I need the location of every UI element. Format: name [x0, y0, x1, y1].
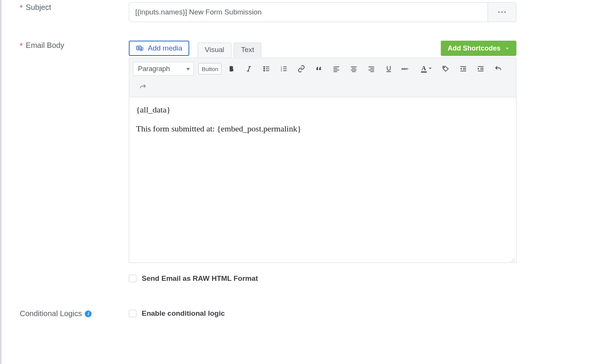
subject-more-button[interactable] — [488, 2, 516, 22]
raw-html-label[interactable]: Send Email as RAW HTML Format — [142, 274, 258, 283]
info-icon[interactable]: i — [85, 310, 92, 317]
indent-icon[interactable] — [473, 62, 488, 76]
editor-toolbar: Paragraph Button 123 — [129, 58, 516, 97]
svg-point-44 — [514, 260, 515, 260]
raw-html-checkbox[interactable] — [129, 275, 136, 282]
bullet-list-icon[interactable] — [259, 62, 274, 76]
svg-rect-33 — [421, 71, 427, 73]
underline-icon[interactable] — [381, 62, 396, 76]
required-asterisk: * — [20, 3, 23, 12]
editor-line-2: This form submitted at: {embed_post.perm… — [136, 124, 509, 134]
text-color-icon[interactable]: A — [416, 62, 436, 76]
svg-text:A: A — [421, 65, 426, 72]
editor-content[interactable]: {all_data} This form submitted at: {embe… — [129, 97, 516, 263]
quote-icon[interactable] — [311, 62, 326, 76]
italic-icon[interactable] — [241, 62, 256, 76]
conditional-logics-row: Conditional Logics i Enable conditional … — [2, 309, 608, 318]
svg-point-47 — [512, 261, 513, 262]
svg-point-45 — [512, 260, 513, 260]
label-subject-text: Subject — [26, 3, 51, 12]
tab-text[interactable]: Text — [234, 43, 261, 57]
svg-text:3: 3 — [281, 70, 282, 72]
subject-input-wrap — [129, 2, 516, 22]
align-left-icon[interactable] — [329, 62, 344, 76]
email-body-row: * Email Body Add media Visual Text — [2, 40, 608, 283]
svg-line-2 — [248, 66, 250, 71]
undo-icon[interactable] — [491, 62, 506, 76]
required-asterisk: * — [20, 41, 23, 50]
align-right-icon[interactable] — [364, 62, 379, 76]
subject-row: * Subject — [2, 2, 608, 22]
subject-input[interactable] — [129, 2, 488, 22]
svg-point-48 — [511, 261, 511, 262]
bold-icon[interactable] — [224, 62, 239, 76]
resize-handle[interactable] — [510, 256, 515, 262]
svg-point-34 — [444, 67, 445, 68]
label-email-body: * Email Body — [2, 40, 129, 50]
add-shortcodes-button[interactable]: Add Shortcodes — [441, 41, 516, 56]
svg-point-9 — [264, 70, 265, 71]
redo-icon[interactable] — [135, 80, 150, 94]
chevron-down-icon — [505, 46, 510, 51]
svg-point-43 — [514, 258, 515, 259]
outdent-icon[interactable] — [456, 62, 471, 76]
camera-music-icon — [136, 44, 144, 52]
label-subject: * Subject — [2, 2, 129, 12]
format-select[interactable]: Paragraph — [133, 62, 194, 76]
strikethrough-icon[interactable]: ABC — [399, 62, 414, 76]
raw-html-row: Send Email as RAW HTML Format — [129, 274, 585, 283]
svg-rect-0 — [137, 46, 141, 50]
editor-line-1: {all_data} — [136, 105, 509, 115]
svg-point-46 — [514, 261, 515, 262]
link-icon[interactable] — [294, 62, 309, 76]
svg-point-7 — [264, 68, 265, 70]
svg-point-5 — [264, 66, 265, 68]
editor-box: Paragraph Button 123 — [129, 58, 516, 263]
conditional-logic-checkbox[interactable] — [129, 310, 136, 317]
add-media-label: Add media — [148, 44, 182, 52]
align-center-icon[interactable] — [346, 62, 361, 76]
tab-visual[interactable]: Visual — [198, 43, 231, 57]
svg-point-1 — [138, 47, 139, 49]
label-conditional-logics: Conditional Logics i — [2, 309, 129, 318]
tag-icon[interactable] — [438, 62, 453, 76]
numbered-list-icon[interactable]: 123 — [276, 62, 291, 76]
label-email-body-text: Email Body — [26, 41, 64, 50]
add-media-button[interactable]: Add media — [129, 41, 189, 56]
conditional-logic-label[interactable]: Enable conditional logic — [142, 309, 225, 318]
insert-button[interactable]: Button — [198, 63, 222, 74]
